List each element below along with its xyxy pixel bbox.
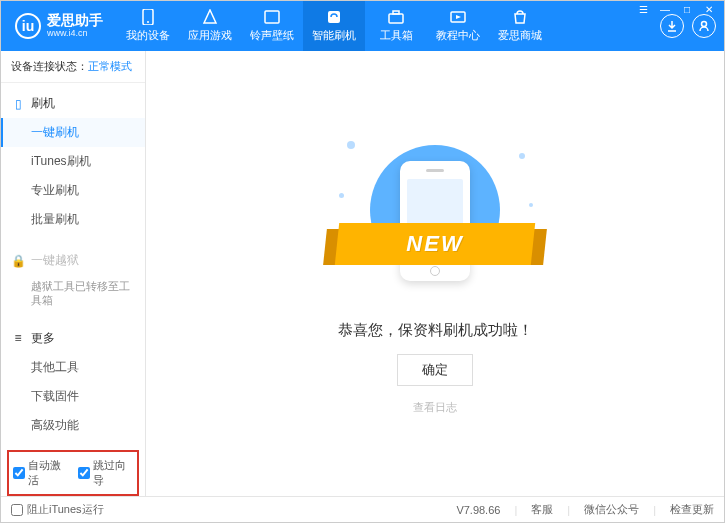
nav-label: 应用游戏 xyxy=(188,28,232,43)
titlebar: iu 爱思助手 www.i4.cn 我的设备 应用游戏 铃声壁纸 智能刷机 工具… xyxy=(1,1,724,51)
view-log-link[interactable]: 查看日志 xyxy=(413,400,457,415)
nav-tutorials[interactable]: 教程中心 xyxy=(427,1,489,51)
logo: iu 爱思助手 www.i4.cn xyxy=(1,13,117,39)
nav-flash[interactable]: 智能刷机 xyxy=(303,1,365,51)
svg-point-7 xyxy=(702,22,707,27)
main-content: NEW 恭喜您，保资料刷机成功啦！ 确定 查看日志 xyxy=(146,51,724,496)
sidebar-item-itunes[interactable]: iTunes刷机 xyxy=(1,147,145,176)
toolbox-icon xyxy=(386,9,406,25)
logo-icon: iu xyxy=(15,13,41,39)
svg-rect-5 xyxy=(393,11,399,14)
nav-label: 教程中心 xyxy=(436,28,480,43)
ok-button[interactable]: 确定 xyxy=(397,354,473,386)
auto-activate-checkbox[interactable]: 自动激活 xyxy=(13,458,68,488)
version-label: V7.98.66 xyxy=(456,504,500,516)
store-icon xyxy=(510,9,530,25)
sidebar-item-oneclick[interactable]: 一键刷机 xyxy=(1,118,145,147)
nav-store[interactable]: 爱思商城 xyxy=(489,1,551,51)
phone-icon: ▯ xyxy=(11,97,25,111)
nav-label: 工具箱 xyxy=(380,28,413,43)
tutorial-icon xyxy=(448,9,468,25)
nav-label: 智能刷机 xyxy=(312,28,356,43)
service-link[interactable]: 客服 xyxy=(531,502,553,517)
sidebar-more-header[interactable]: ≡ 更多 xyxy=(1,324,145,353)
device-status-value: 正常模式 xyxy=(88,60,132,72)
apps-icon xyxy=(200,9,220,25)
sidebar-item-pro[interactable]: 专业刷机 xyxy=(1,176,145,205)
wallpaper-icon xyxy=(262,9,282,25)
close-icon[interactable]: ✕ xyxy=(699,2,719,16)
sidebar-item-batch[interactable]: 批量刷机 xyxy=(1,205,145,234)
sidebar-jailbreak-header: 🔒 一键越狱 xyxy=(1,246,145,275)
app-name: 爱思助手 xyxy=(47,13,103,28)
download-button[interactable] xyxy=(660,14,684,38)
main-nav: 我的设备 应用游戏 铃声壁纸 智能刷机 工具箱 教程中心 爱思商城 xyxy=(117,1,660,51)
new-banner: NEW xyxy=(325,223,545,265)
nav-label: 爱思商城 xyxy=(498,28,542,43)
sidebar-item-other[interactable]: 其他工具 xyxy=(1,353,145,382)
sidebar-item-firmware[interactable]: 下载固件 xyxy=(1,382,145,411)
success-message: 恭喜您，保资料刷机成功啦！ xyxy=(338,321,533,340)
nav-my-device[interactable]: 我的设备 xyxy=(117,1,179,51)
nav-label: 我的设备 xyxy=(126,28,170,43)
wechat-link[interactable]: 微信公众号 xyxy=(584,502,639,517)
svg-rect-2 xyxy=(265,11,279,23)
maximize-icon[interactable]: □ xyxy=(677,2,697,16)
footer: 阻止iTunes运行 V7.98.66 | 客服 | 微信公众号 | 检查更新 xyxy=(1,496,724,522)
update-link[interactable]: 检查更新 xyxy=(670,502,714,517)
nav-label: 铃声壁纸 xyxy=(250,28,294,43)
app-url: www.i4.cn xyxy=(47,29,103,39)
svg-point-1 xyxy=(147,21,149,23)
nav-toolbox[interactable]: 工具箱 xyxy=(365,1,427,51)
svg-rect-4 xyxy=(389,14,403,23)
block-itunes-checkbox[interactable]: 阻止iTunes运行 xyxy=(11,502,104,517)
options-row: 自动激活 跳过向导 xyxy=(7,450,139,496)
sidebar-flash-header[interactable]: ▯ 刷机 xyxy=(1,89,145,118)
sidebar-item-advanced[interactable]: 高级功能 xyxy=(1,411,145,440)
skip-guide-checkbox[interactable]: 跳过向导 xyxy=(78,458,133,488)
menu-icon[interactable]: ☰ xyxy=(633,2,653,16)
flash-icon xyxy=(324,9,344,25)
list-icon: ≡ xyxy=(11,331,25,345)
lock-icon: 🔒 xyxy=(11,254,25,268)
user-button[interactable] xyxy=(692,14,716,38)
window-controls: ☰ — □ ✕ xyxy=(633,2,719,16)
nav-apps[interactable]: 应用游戏 xyxy=(179,1,241,51)
phone-icon xyxy=(138,9,158,25)
svg-rect-3 xyxy=(328,11,340,23)
minimize-icon[interactable]: — xyxy=(655,2,675,16)
device-status: 设备连接状态：正常模式 xyxy=(1,51,145,83)
sidebar: 设备连接状态：正常模式 ▯ 刷机 一键刷机 iTunes刷机 专业刷机 批量刷机… xyxy=(1,51,146,496)
nav-ringtones[interactable]: 铃声壁纸 xyxy=(241,1,303,51)
success-illustration: NEW xyxy=(335,133,535,303)
sidebar-jailbreak-note: 越狱工具已转移至工具箱 xyxy=(1,275,145,312)
